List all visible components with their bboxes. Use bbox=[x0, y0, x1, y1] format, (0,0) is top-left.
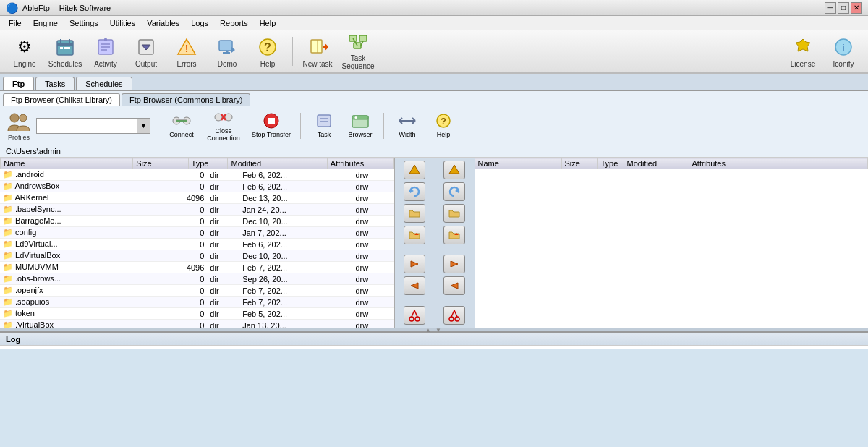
toolbar-engine-button[interactable]: ⚙ Engine bbox=[6, 33, 43, 70]
sub-tab-bar: Ftp Browser (Chilkat Library) Ftp Browse… bbox=[0, 91, 868, 106]
tab-tasks[interactable]: Tasks bbox=[35, 77, 75, 90]
menu-help[interactable]: Help bbox=[254, 17, 282, 29]
engine-label: Engine bbox=[13, 60, 35, 68]
file-name: 📁 .android bbox=[0, 169, 145, 181]
table-row[interactable]: 📁 config 0 dir Jan 7, 202... drw bbox=[0, 227, 394, 239]
transfer-goto-right[interactable] bbox=[443, 226, 465, 244]
file-name: 📁 MUMUVMM bbox=[0, 262, 145, 273]
right-col-attributes[interactable]: Attributes bbox=[689, 158, 868, 169]
col-attributes[interactable]: Attributes bbox=[327, 158, 393, 169]
menu-settings[interactable]: Settings bbox=[64, 17, 104, 29]
file-name: 📁 Ld9Virtual... bbox=[0, 239, 145, 250]
menu-file[interactable]: File bbox=[3, 17, 27, 29]
connect-icon bbox=[172, 113, 191, 130]
resize-indicator: ▲ ▼ bbox=[425, 327, 443, 333]
transfer-left2[interactable] bbox=[443, 276, 465, 295]
schedules-label: Schedules bbox=[48, 60, 82, 68]
table-row[interactable]: 📁 .obs-brows... 0 dir Sep 26, 20... drw bbox=[0, 273, 394, 285]
col-modified[interactable]: Modified bbox=[228, 158, 327, 169]
table-row[interactable]: 📁 .soapuios 0 dir Feb 7, 202... drw bbox=[0, 297, 394, 308]
transfer-up-right[interactable] bbox=[443, 161, 465, 179]
connect-button[interactable]: Connect bbox=[166, 113, 197, 138]
file-modified: Feb 6, 202... bbox=[239, 239, 352, 250]
svg-point-64 bbox=[409, 317, 414, 321]
menu-utilities[interactable]: Utilities bbox=[104, 17, 141, 29]
toolbar-output-button[interactable]: Output bbox=[127, 33, 165, 70]
table-row[interactable]: 📁 LdVirtualBox 0 dir Dec 10, 20... drw bbox=[0, 250, 394, 262]
close-connection-button[interactable]: Close Connection bbox=[202, 109, 245, 142]
minimize-button[interactable]: ─ bbox=[825, 2, 836, 14]
transfer-buttons-panel bbox=[395, 158, 435, 328]
menu-logs[interactable]: Logs bbox=[185, 17, 214, 29]
col-size[interactable]: Size bbox=[133, 158, 188, 169]
transfer-open-folder-right[interactable] bbox=[443, 204, 465, 223]
subtab-commons[interactable]: Ftp Browser (Commons Library) bbox=[122, 93, 250, 106]
transfer-right2[interactable] bbox=[443, 255, 465, 273]
right-col-modified[interactable]: Modified bbox=[624, 158, 689, 169]
tab-schedules[interactable]: Schedules bbox=[76, 77, 132, 90]
tab-ftp[interactable]: Ftp bbox=[3, 77, 34, 90]
file-type: dir bbox=[207, 192, 239, 204]
table-row[interactable]: 📁 Ld9Virtual... 0 dir Feb 6, 202... drw bbox=[0, 239, 394, 250]
menu-variables[interactable]: Variables bbox=[141, 17, 185, 29]
output-label: Output bbox=[135, 60, 157, 68]
table-row[interactable]: 📁 .android 0 dir Feb 6, 202... drw bbox=[0, 169, 394, 181]
toolbar-newtask-button[interactable]: New task bbox=[299, 33, 336, 70]
profile-dropdown-arrow[interactable]: ▼ bbox=[137, 118, 150, 134]
svg-marker-72 bbox=[451, 283, 458, 289]
menu-reports[interactable]: Reports bbox=[214, 17, 254, 29]
toolbar-schedules-button[interactable]: Schedules bbox=[46, 33, 84, 70]
close-button[interactable]: ✕ bbox=[851, 2, 862, 14]
svg-rect-50 bbox=[352, 116, 368, 119]
table-row[interactable]: 📁 token 0 dir Feb 5, 202... drw bbox=[0, 308, 394, 320]
transfer-left[interactable] bbox=[404, 276, 425, 295]
toolbar-errors-button[interactable]: ! Errors bbox=[168, 33, 205, 70]
transfer-goto-left[interactable] bbox=[404, 226, 425, 244]
task-button[interactable]: Task bbox=[308, 113, 340, 138]
col-type[interactable]: Type bbox=[188, 158, 228, 169]
transfer-refresh-right[interactable] bbox=[443, 182, 465, 201]
table-row[interactable]: 📁 MUMUVMM 4096 dir Feb 7, 202... drw bbox=[0, 262, 394, 273]
transfer-open-folder-left[interactable] bbox=[404, 204, 425, 223]
profile-dropdown-input[interactable] bbox=[36, 118, 137, 134]
file-type: dir bbox=[207, 239, 239, 250]
transfer-cut-left[interactable] bbox=[404, 306, 425, 325]
toolbar-license-button[interactable]: License bbox=[784, 33, 822, 70]
toolbar-help-button[interactable]: ? Help bbox=[249, 33, 286, 70]
connect-label: Connect bbox=[169, 131, 194, 138]
main-toolbar: ⚙ Engine Schedules Activity Output ! Err… bbox=[0, 30, 868, 74]
transfer-up-left[interactable] bbox=[404, 161, 425, 179]
ftp-help-button[interactable]: ? Help bbox=[427, 113, 459, 138]
browser-button[interactable]: Browser bbox=[344, 113, 376, 138]
menu-engine[interactable]: Engine bbox=[27, 17, 64, 29]
profiles-icon bbox=[6, 111, 32, 134]
table-row[interactable]: 📁 AndrowsBox 0 dir Feb 6, 202... drw bbox=[0, 181, 394, 192]
transfer-refresh-left[interactable] bbox=[404, 182, 425, 201]
profiles-button[interactable]: Profiles bbox=[6, 111, 32, 141]
toolbar-iconify-button[interactable]: i Iconify bbox=[825, 33, 862, 70]
stop-transfer-button[interactable]: Stop Transfer bbox=[250, 113, 293, 138]
toolbar-demo-button[interactable]: Demo bbox=[208, 33, 246, 70]
table-row[interactable]: 📁 ARKernel 4096 dir Dec 13, 20... drw bbox=[0, 192, 394, 204]
left-table-scroll[interactable]: 📁 .android 0 dir Feb 6, 202... drw 📁 And… bbox=[0, 169, 394, 328]
subtab-chilkat[interactable]: Ftp Browser (Chilkat Library) bbox=[3, 93, 120, 106]
transfer-cut-right[interactable] bbox=[443, 306, 465, 325]
toolbar-activity-button[interactable]: Activity bbox=[87, 33, 124, 70]
right-col-size[interactable]: Size bbox=[561, 158, 597, 169]
table-row[interactable]: 📁 .openjfx 0 dir Feb 7, 202... drw bbox=[0, 285, 394, 297]
right-col-type[interactable]: Type bbox=[597, 158, 624, 169]
right-col-name[interactable]: Name bbox=[475, 158, 561, 169]
table-row[interactable]: 📁 .babelSync... 0 dir Jan 24, 20... drw bbox=[0, 204, 394, 216]
table-row[interactable]: 📁 .VirtualBox 0 dir Jan 13, 20... drw bbox=[0, 320, 394, 328]
svg-point-35 bbox=[20, 114, 27, 122]
table-row[interactable]: 📁 BarrageMе... 0 dir Dec 10, 20... drw bbox=[0, 216, 394, 227]
log-content[interactable] bbox=[0, 346, 868, 349]
width-button[interactable]: Width bbox=[391, 113, 423, 138]
transfer-right[interactable] bbox=[404, 255, 425, 273]
svg-marker-59 bbox=[409, 165, 420, 174]
file-modified: Jan 7, 202... bbox=[239, 227, 352, 239]
toolbar-taskseq-button[interactable]: Task Sequence bbox=[339, 33, 377, 70]
iconify-icon: i bbox=[832, 35, 855, 59]
maximize-button[interactable]: □ bbox=[838, 2, 849, 14]
col-name[interactable]: Name bbox=[1, 158, 133, 169]
